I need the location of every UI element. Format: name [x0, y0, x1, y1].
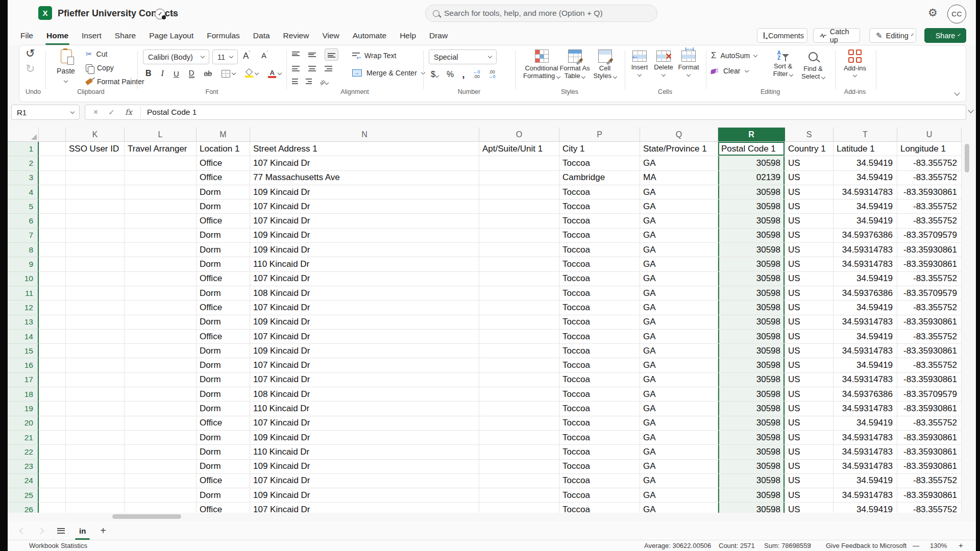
- row-header-19[interactable]: 19: [8, 402, 39, 416]
- cell-K16[interactable]: [66, 358, 125, 372]
- cell-S21[interactable]: US: [785, 431, 834, 445]
- cell-L8[interactable]: [125, 243, 197, 257]
- row-header-25[interactable]: 25: [8, 488, 39, 503]
- cell-J19[interactable]: [39, 402, 66, 416]
- cell-J14[interactable]: [39, 330, 66, 344]
- name-box[interactable]: R1: [11, 105, 80, 120]
- cell-T5[interactable]: 34.59419: [834, 199, 897, 214]
- cell-P18[interactable]: Toccoa: [559, 387, 640, 402]
- cell-P2[interactable]: Toccoa: [559, 156, 640, 170]
- cell-O15[interactable]: [479, 344, 559, 358]
- cell-M17[interactable]: Dorm: [197, 373, 250, 387]
- cell-J16[interactable]: [39, 358, 66, 372]
- search-box[interactable]: Search for tools, help, and more (Option…: [425, 5, 657, 22]
- cell-Q19[interactable]: GA: [640, 402, 718, 416]
- cell-T7[interactable]: 34.59376386: [834, 229, 897, 243]
- column-header-R[interactable]: R: [718, 128, 785, 142]
- cell-L19[interactable]: [125, 402, 197, 416]
- cell-K5[interactable]: [66, 199, 125, 214]
- copy-button[interactable]: Copy: [86, 64, 114, 72]
- font-color-button[interactable]: A: [268, 69, 281, 78]
- cell-R18[interactable]: 30598: [718, 387, 785, 402]
- zoom-in-button[interactable]: +: [959, 541, 963, 549]
- cell-U26[interactable]: -83.355752: [897, 503, 962, 513]
- cell-U12[interactable]: -83.355752: [897, 300, 962, 315]
- menu-tab-file[interactable]: File: [14, 27, 40, 45]
- cell-P20[interactable]: Toccoa: [559, 416, 640, 431]
- cell-S3[interactable]: US: [785, 171, 834, 185]
- cell-S2[interactable]: US: [785, 156, 834, 170]
- cell-S5[interactable]: US: [785, 199, 834, 214]
- menu-tab-page-layout[interactable]: Page Layout: [142, 27, 200, 45]
- cell-P25[interactable]: Toccoa: [559, 488, 640, 503]
- cell-L20[interactable]: [125, 416, 197, 431]
- cell-K12[interactable]: [66, 300, 125, 315]
- account-button[interactable]: CC: [947, 5, 966, 23]
- increase-indent-button[interactable]: [306, 79, 312, 85]
- cell-U25[interactable]: -83.35930861: [897, 488, 962, 503]
- cell-U17[interactable]: -83.35930861: [897, 373, 962, 387]
- menu-tab-review[interactable]: Review: [277, 27, 316, 45]
- cell-R17[interactable]: 30598: [718, 373, 785, 387]
- cell-R14[interactable]: 30598: [718, 330, 785, 344]
- cell-O7[interactable]: [479, 229, 559, 243]
- cell-T4[interactable]: 34.59314783: [834, 185, 897, 199]
- cell-O6[interactable]: [479, 214, 559, 228]
- feedback-button[interactable]: Give Feedback to Microsoft: [826, 542, 906, 549]
- cell-Q5[interactable]: GA: [640, 199, 718, 214]
- cell-R3[interactable]: 02139: [718, 171, 785, 185]
- cell-M1[interactable]: Location 1: [197, 142, 250, 156]
- cell-M16[interactable]: Dorm: [197, 358, 250, 372]
- column-header-U[interactable]: U: [897, 128, 962, 142]
- cell-T15[interactable]: 34.59314783: [834, 344, 897, 358]
- row-header-24[interactable]: 24: [8, 474, 39, 488]
- cell-L13[interactable]: [125, 315, 197, 330]
- cell-P1[interactable]: City 1: [559, 142, 640, 156]
- cell-U22[interactable]: -83.35930861: [897, 445, 962, 459]
- cell-U24[interactable]: -83.355752: [897, 474, 962, 488]
- row-header-12[interactable]: 12: [8, 300, 39, 315]
- decrease-indent-button[interactable]: [292, 79, 298, 85]
- cell-J26[interactable]: [39, 503, 66, 513]
- cell-O8[interactable]: [479, 243, 559, 257]
- cell-R5[interactable]: 30598: [718, 199, 785, 214]
- cell-U18[interactable]: -83.35709579: [897, 387, 962, 402]
- format-painter-button[interactable]: Format Painter: [86, 78, 144, 86]
- row-header-10[interactable]: 10: [8, 272, 39, 286]
- cell-M19[interactable]: Dorm: [197, 402, 250, 416]
- cell-O20[interactable]: [479, 416, 559, 431]
- cell-M23[interactable]: Dorm: [197, 460, 250, 474]
- cut-button[interactable]: ✂Cut: [86, 49, 107, 59]
- grow-font-button[interactable]: Aˆ: [243, 51, 251, 61]
- cell-M24[interactable]: Office: [197, 474, 250, 488]
- cell-R10[interactable]: 30598: [718, 272, 785, 286]
- enter-icon[interactable]: ✓: [108, 108, 115, 117]
- cell-O18[interactable]: [479, 387, 559, 402]
- cell-Q2[interactable]: GA: [640, 156, 718, 170]
- cell-Q3[interactable]: MA: [640, 171, 718, 185]
- cell-M11[interactable]: Dorm: [197, 286, 250, 300]
- cell-U1[interactable]: Longitude 1: [897, 142, 962, 156]
- all-sheets-icon[interactable]: [57, 528, 65, 534]
- cell-N6[interactable]: 107 Kincaid Dr: [250, 214, 479, 228]
- cell-J7[interactable]: [39, 229, 66, 243]
- cell-T17[interactable]: 34.59314783: [834, 373, 897, 387]
- cell-J18[interactable]: [39, 387, 66, 402]
- cell-Q10[interactable]: GA: [640, 272, 718, 286]
- column-header-L[interactable]: L: [125, 128, 197, 142]
- cell-Q12[interactable]: GA: [640, 300, 718, 315]
- cell-L23[interactable]: [125, 460, 197, 474]
- cell-Q17[interactable]: GA: [640, 373, 718, 387]
- cell-U5[interactable]: -83.355752: [897, 199, 962, 214]
- cell-R12[interactable]: 30598: [718, 300, 785, 315]
- cell-P6[interactable]: Toccoa: [559, 214, 640, 228]
- cell-K4[interactable]: [66, 185, 125, 199]
- font-family-select[interactable]: Calibri (Body): [143, 49, 209, 64]
- cell-M8[interactable]: Dorm: [197, 243, 250, 257]
- cell-R7[interactable]: 30598: [718, 229, 785, 243]
- cell-T12[interactable]: 34.59419: [834, 300, 897, 315]
- cell-T21[interactable]: 34.59314783: [834, 431, 897, 445]
- cell-O17[interactable]: [479, 373, 559, 387]
- cell-J24[interactable]: [39, 474, 66, 488]
- cell-R21[interactable]: 30598: [718, 431, 785, 445]
